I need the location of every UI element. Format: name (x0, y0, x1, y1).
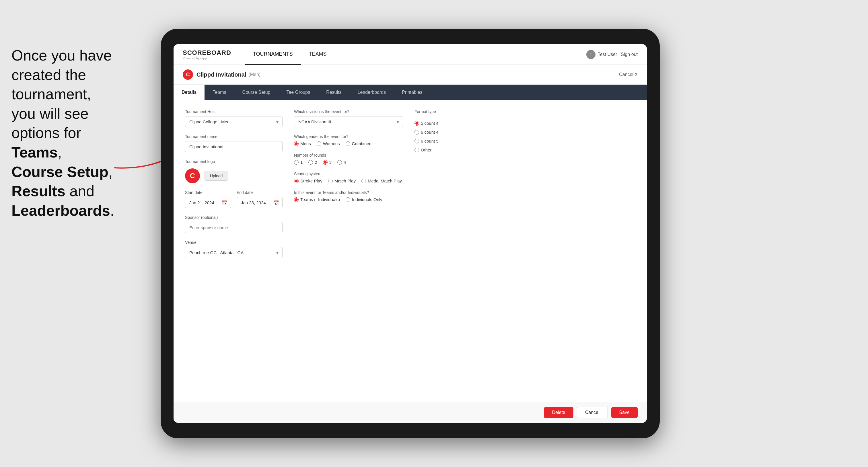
tournament-name-label: Tournament name (185, 134, 283, 139)
end-date-wrapper: 📅 (237, 197, 283, 208)
format-other-radio[interactable] (414, 148, 419, 152)
scoring-radio-group: Stroke Play Match Play Medal Match Play (294, 179, 403, 183)
format-type-label: Format type (414, 109, 489, 114)
logo-text: SCOREBOARD (183, 49, 231, 57)
tab-tee-groups[interactable]: Tee Groups (278, 85, 318, 100)
nav-teams[interactable]: TEAMS (301, 44, 335, 65)
tournament-logo-label: Tournament logo (185, 159, 283, 164)
footer-bar: Delete Cancel Save (174, 402, 647, 423)
user-label[interactable]: Test User | Sign out (598, 52, 638, 57)
nav-links: TOURNAMENTS TEAMS (245, 44, 586, 65)
rounds-1-radio[interactable] (294, 160, 299, 165)
individuals-only[interactable]: Individuals Only (346, 197, 382, 202)
tab-results[interactable]: Results (318, 85, 349, 100)
col-middle: Which division is the event for? NCAA Di… (294, 109, 403, 393)
tab-printables[interactable]: Printables (394, 85, 430, 100)
tab-teams[interactable]: Teams (205, 85, 234, 100)
cancel-button[interactable]: Cancel (577, 407, 608, 418)
tournament-logo-field: Tournament logo C Upload (185, 159, 283, 183)
rounds-2[interactable]: 2 (308, 160, 317, 165)
format-6count4-radio[interactable] (414, 130, 419, 134)
venue-label: Venue (185, 240, 283, 245)
rounds-4[interactable]: 4 (337, 160, 346, 165)
gender-mens-radio[interactable] (294, 142, 299, 146)
logo-area: SCOREBOARD Powered by clippd (183, 49, 231, 60)
start-date-wrapper: 📅 (185, 197, 231, 208)
calendar-icon-end: 📅 (273, 200, 279, 206)
save-button[interactable]: Save (611, 407, 638, 418)
teams-plus-individuals[interactable]: Teams (+Individuals) (294, 197, 340, 202)
rounds-1[interactable]: 1 (294, 160, 303, 165)
user-avatar: T (586, 50, 595, 59)
rounds-3[interactable]: 3 (323, 160, 332, 165)
sponsor-input[interactable] (185, 222, 283, 233)
delete-button[interactable]: Delete (544, 407, 573, 418)
venue-select[interactable]: Peachtree GC - Atlanta - GA (185, 247, 283, 258)
instruction-text: Once you have created the tournament, yo… (0, 34, 161, 232)
upload-button[interactable]: Upload (205, 171, 228, 181)
teams-individuals-label: Is this event for Teams and/or Individua… (294, 190, 403, 195)
venue-select-wrapper: Peachtree GC - Atlanta - GA (185, 247, 283, 258)
form-content: Tournament Host Clippd College - Men Tou… (174, 100, 647, 402)
tournament-host-select[interactable]: Clippd College - Men (185, 116, 283, 127)
gender-mens[interactable]: Mens (294, 141, 311, 146)
tournament-host-field: Tournament Host Clippd College - Men (185, 109, 283, 127)
gender-womens[interactable]: Womens (317, 141, 340, 146)
cancel-x-button[interactable]: Cancel X (619, 72, 638, 77)
format-6count5[interactable]: 6 count 5 (414, 138, 489, 144)
end-date-field: End date 📅 (237, 190, 283, 208)
gender-combined-radio[interactable] (346, 142, 350, 146)
format-6count5-radio[interactable] (414, 139, 419, 144)
venue-field: Venue Peachtree GC - Atlanta - GA (185, 240, 283, 258)
col-right: Format type 5 count 4 6 count 4 6 count … (414, 109, 489, 393)
tab-details[interactable]: Details (174, 85, 205, 100)
rounds-radio-group: 1 2 3 4 (294, 160, 403, 165)
nav-tournaments[interactable]: TOURNAMENTS (245, 44, 301, 65)
scoring-stroke-radio[interactable] (294, 179, 299, 183)
scoring-field: Scoring system Stroke Play Match Play (294, 172, 403, 183)
tournament-title: Clippd Invitational (196, 71, 246, 78)
scoring-match-radio[interactable] (328, 179, 333, 183)
tournament-host-select-wrapper: Clippd College - Men (185, 116, 283, 127)
format-6count4[interactable]: 6 count 4 (414, 130, 489, 134)
gender-womens-radio[interactable] (317, 142, 321, 146)
tab-course-setup[interactable]: Course Setup (235, 85, 279, 100)
teams-plus-individuals-radio[interactable] (294, 197, 299, 202)
end-date-label: End date (237, 190, 283, 195)
division-field: Which division is the event for? NCAA Di… (294, 109, 403, 127)
scoring-stroke[interactable]: Stroke Play (294, 179, 322, 183)
format-other[interactable]: Other (414, 148, 489, 152)
start-date-field: Start date 📅 (185, 190, 231, 208)
division-select[interactable]: NCAA Division III (294, 116, 403, 127)
sponsor-field: Sponsor (optional) (185, 215, 283, 233)
division-label: Which division is the event for? (294, 109, 403, 114)
user-area: T Test User | Sign out (586, 50, 638, 59)
format-type-radio-group: 5 count 4 6 count 4 6 count 5 Other (414, 121, 489, 152)
rounds-label: Number of rounds (294, 153, 403, 157)
gender-combined[interactable]: Combined (346, 141, 371, 146)
calendar-icon: 📅 (222, 200, 227, 206)
tab-leaderboards[interactable]: Leaderboards (350, 85, 394, 100)
scoring-medal[interactable]: Medal Match Play (362, 179, 402, 183)
tabs-bar: Details Teams Course Setup Tee Groups Re… (174, 85, 647, 100)
tournament-subtitle: (Men) (248, 72, 260, 77)
rounds-2-radio[interactable] (308, 160, 313, 165)
rounds-3-radio[interactable] (323, 160, 328, 165)
tournament-header: C Clippd Invitational (Men) Cancel X (174, 65, 647, 85)
teams-individuals-radio-group: Teams (+Individuals) Individuals Only (294, 197, 403, 202)
gender-radio-group: Mens Womens Combined (294, 141, 403, 146)
format-5count4-radio[interactable] (414, 121, 419, 126)
start-date-label: Start date (185, 190, 231, 195)
format-5count4[interactable]: 5 count 4 (414, 121, 489, 126)
tablet-screen: SCOREBOARD Powered by clippd TOURNAMENTS… (174, 44, 647, 423)
tournament-name-input[interactable] (185, 141, 283, 152)
tournament-name-field: Tournament name (185, 134, 283, 152)
logo-sub: Powered by clippd (183, 57, 231, 60)
individuals-only-radio[interactable] (346, 197, 350, 202)
scoring-medal-radio[interactable] (362, 179, 366, 183)
scoring-label: Scoring system (294, 172, 403, 176)
tournament-icon: C (183, 69, 193, 80)
scoring-match[interactable]: Match Play (328, 179, 356, 183)
rounds-4-radio[interactable] (337, 160, 342, 165)
date-row: Start date 📅 End date 📅 (185, 190, 283, 208)
